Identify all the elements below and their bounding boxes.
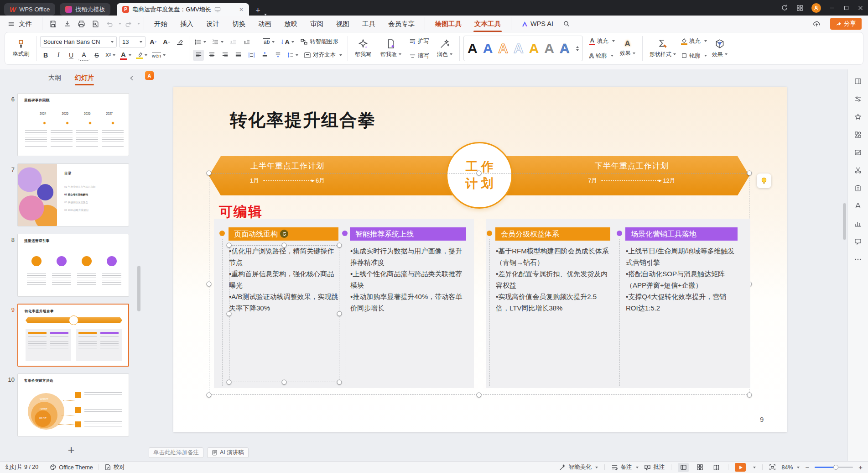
selection-handle[interactable] — [337, 380, 342, 385]
zoom-slider-knob[interactable] — [833, 465, 838, 470]
minimize-icon[interactable] — [829, 5, 835, 11]
selection-handle[interactable] — [282, 243, 287, 248]
play-options-chevron-icon[interactable] — [753, 467, 756, 468]
wordart-style-7[interactable]: A — [560, 42, 570, 55]
card-body-textbox[interactable]: •上线节日/生命周期/地域等多维触发式营销引擎 •搭配自动化SOP与消息触达矩阵… — [626, 245, 738, 314]
menu-drawing-tools[interactable]: 绘图工具 — [429, 16, 468, 32]
strikethrough-button[interactable]: S — [91, 50, 102, 61]
menu-file[interactable]: 文件 — [18, 16, 38, 32]
save-icon[interactable] — [46, 20, 60, 28]
home-tab[interactable]: W WPS Office — [4, 3, 55, 16]
user-avatar[interactable] — [811, 3, 821, 13]
menu-review[interactable]: 审阅 — [304, 16, 330, 32]
card-body-textbox[interactable]: •优化用户浏览路径，精简关键操作节点 •重构首屏信息架构，强化核心商品曝光 •A… — [229, 245, 339, 314]
comments-toggle-button[interactable]: 批注 — [644, 463, 665, 471]
menu-view[interactable]: 视图 — [330, 16, 356, 32]
search-icon[interactable] — [560, 20, 573, 27]
char-spacing-button[interactable]: ab — [262, 37, 276, 47]
menu-animation[interactable]: 动画 — [252, 16, 278, 32]
wordart-style-2[interactable]: A — [483, 42, 493, 55]
proofread-button[interactable]: 校对 — [104, 463, 125, 471]
restore-icon[interactable] — [843, 5, 849, 11]
font-name-combo[interactable]: Source Han Sans CN — [40, 36, 117, 47]
zoom-slider[interactable] — [815, 467, 853, 468]
wordart-style-4[interactable]: A — [514, 42, 524, 55]
menu-wps-ai[interactable]: WPS AI — [515, 16, 560, 32]
hamburger-icon[interactable] — [5, 21, 18, 27]
menu-slideshow[interactable]: 放映 — [278, 16, 304, 32]
increase-indent-button[interactable] — [241, 37, 252, 47]
font-size-combo[interactable]: 13 — [119, 36, 146, 47]
underline-button[interactable]: U — [66, 50, 77, 61]
menu-text-tools[interactable]: 文本工具 — [468, 16, 507, 32]
image-tool-icon[interactable] — [852, 146, 864, 159]
play-slideshow-button[interactable] — [735, 463, 746, 472]
tab-close-icon[interactable]: ✕ — [239, 6, 244, 13]
card-header[interactable]: 场景化营销工具落地 — [625, 227, 738, 241]
theme-indicator[interactable]: Office Theme — [50, 464, 93, 471]
text-direction-button[interactable]: A — [279, 37, 296, 47]
editor-canvas[interactable]: A 转化率提升组合拳 上半年重点工作计划 1月 6月 下半年重点工作计划 — [142, 69, 842, 461]
menu-design[interactable]: 设计 — [200, 16, 226, 32]
bullet-list-button[interactable] — [193, 37, 208, 47]
justify-button[interactable] — [233, 50, 244, 61]
wordart-gallery-expand[interactable] — [576, 46, 579, 51]
normal-view-button[interactable] — [678, 463, 689, 472]
slide-thumbnail-6[interactable]: 里程碑事件回顾 2024202520262027 — [17, 93, 129, 156]
slide-thumbnail-10[interactable]: 客单价突破方法论 WHAT? HOW? WHY? — [17, 373, 129, 436]
shape-effect-button[interactable]: 效果 — [709, 38, 731, 59]
superscript-button[interactable]: X² — [104, 50, 117, 61]
close-icon[interactable] — [858, 5, 863, 11]
wordart-style-5[interactable]: A — [529, 42, 539, 55]
zoom-level[interactable]: 84% — [781, 464, 800, 471]
material-library-icon[interactable] — [852, 128, 864, 141]
pinyin-button[interactable]: wén — [151, 50, 167, 61]
format-painter-button[interactable]: 格式刷 — [10, 38, 32, 59]
design-ideas-button[interactable] — [757, 173, 771, 188]
wordart-tool-icon[interactable] — [852, 200, 864, 212]
redo-icon[interactable] — [121, 20, 135, 28]
tab-slides[interactable]: 幻灯片 — [75, 69, 94, 87]
tab-current-document[interactable]: P 电商运营年度复盘：GMV增长 ✕ — [117, 3, 249, 16]
menu-insert[interactable]: 插入 — [174, 16, 200, 32]
selection-handle[interactable] — [227, 243, 232, 248]
slide-thumbnail-8[interactable]: 流量运营双引擎 — [17, 234, 129, 297]
selection-handle[interactable] — [207, 393, 212, 398]
panel-layout-icon[interactable] — [852, 75, 864, 88]
slide-thumbnail-9[interactable]: 转化率提升组合拳 — [17, 304, 129, 367]
char-accent-button[interactable]: A — [78, 50, 89, 61]
clear-format-icon[interactable] — [174, 37, 185, 47]
shape-fill-button[interactable]: 填充 — [679, 36, 709, 47]
align-text-button[interactable]: 对齐文本 — [302, 50, 344, 61]
increase-font-button[interactable]: A+ — [148, 37, 159, 47]
slide-title[interactable]: 转化率提升组合拳 — [230, 109, 376, 132]
decrease-font-button[interactable]: A− — [161, 37, 172, 47]
banner-left-text[interactable]: 上半年重点工作计划 1月 6月 — [198, 161, 376, 185]
crop-scissors-icon[interactable] — [852, 164, 864, 177]
align-left-button[interactable] — [193, 50, 204, 61]
slide-canvas[interactable]: 转化率提升组合拳 上半年重点工作计划 1月 6月 下半年重点工作计划 7月 — [173, 87, 787, 432]
tab-outline[interactable]: 大纲 — [48, 69, 61, 87]
wps-ai-fab[interactable]: A — [145, 71, 154, 80]
reading-view-button[interactable] — [711, 463, 722, 472]
panel-scrollbar[interactable] — [137, 266, 140, 311]
chart-tool-icon[interactable] — [852, 217, 864, 230]
space-before-button[interactable] — [259, 50, 270, 61]
highlight-button[interactable] — [135, 50, 149, 61]
menu-start[interactable]: 开始 — [148, 16, 174, 32]
ai-expand-button[interactable]: 扩写 — [407, 36, 431, 47]
undo-icon[interactable] — [103, 20, 117, 28]
adjust-sliders-icon[interactable] — [852, 93, 864, 105]
monitor-icon[interactable] — [214, 7, 221, 12]
print-icon[interactable] — [74, 20, 88, 28]
card-body-textbox[interactable]: •集成实时行为数据与用户画像，提升推荐精准度 •上线个性化商品流与跨品类关联推荐… — [350, 245, 464, 314]
card-body-textbox[interactable]: •基于RFM模型构建四阶会员成长体系（青铜→钻石） •差异化配置专属折扣、优先发… — [496, 245, 610, 314]
convert-smartart-button[interactable]: 转智能图形 — [298, 37, 340, 47]
wordart-gallery[interactable]: A A A A A A A — [463, 36, 583, 61]
slide-sorter-view-button[interactable] — [694, 463, 705, 472]
shape-style-button[interactable]: 形状样式 — [646, 38, 679, 59]
slide-thumbnail-7[interactable]: 目录 01 年度业绩亮点与核心指标 02 核心增长策略解码 03 关键战役深度复… — [17, 163, 129, 226]
italic-button[interactable]: I — [53, 50, 64, 61]
selection-handle[interactable] — [282, 380, 287, 385]
clipboard-icon[interactable] — [852, 182, 864, 194]
